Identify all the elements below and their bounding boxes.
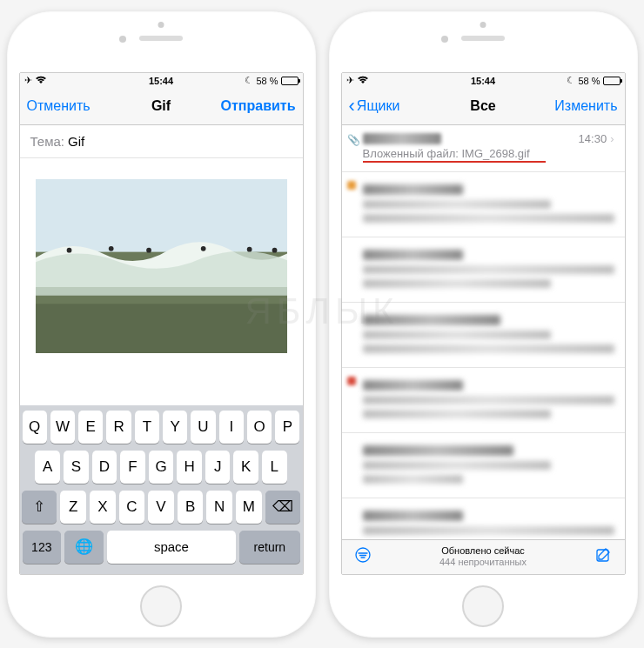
kb-row-3: ⇧ Z X C V B N M ⌫ bbox=[23, 491, 300, 524]
svg-rect-2 bbox=[36, 304, 287, 353]
blurred-content bbox=[363, 396, 614, 404]
mail-preview: Вложенный файл: IMG_2698.gif bbox=[363, 147, 614, 160]
key-b[interactable]: B bbox=[178, 491, 204, 524]
blurred-content bbox=[363, 526, 614, 535]
cancel-button[interactable]: Отменить bbox=[27, 98, 91, 114]
keyboard: Q W E R T Y U I O P A S D F G H J K L bbox=[20, 405, 303, 574]
gif-attachment[interactable] bbox=[36, 179, 287, 353]
key-t[interactable]: T bbox=[135, 411, 159, 444]
phone-left: ✈︎ 15:44 ☾ 58 % Отменить Gif Отправить Т… bbox=[7, 11, 316, 638]
key-f[interactable]: F bbox=[120, 451, 145, 484]
key-p[interactable]: P bbox=[275, 411, 299, 444]
key-m[interactable]: M bbox=[236, 491, 262, 524]
mail-row[interactable] bbox=[342, 368, 625, 433]
sender-badge-blurred bbox=[347, 377, 356, 385]
key-r[interactable]: R bbox=[106, 411, 131, 444]
battery-pct: 58 % bbox=[256, 76, 278, 86]
key-x[interactable]: X bbox=[90, 491, 116, 524]
key-w[interactable]: W bbox=[50, 411, 75, 444]
kb-row-4: 123 🌐 space return bbox=[23, 531, 300, 564]
key-o[interactable]: O bbox=[247, 411, 272, 444]
svg-rect-0 bbox=[36, 179, 287, 254]
blurred-content bbox=[363, 331, 552, 339]
nav-title: Все bbox=[470, 98, 495, 114]
key-space[interactable]: space bbox=[107, 531, 237, 564]
kb-row-1: Q W E R T Y U I O P bbox=[23, 411, 300, 444]
key-d[interactable]: D bbox=[92, 451, 117, 484]
front-camera bbox=[441, 36, 448, 43]
chevron-right-icon: › bbox=[610, 132, 614, 145]
blurred-content bbox=[363, 315, 501, 325]
sensor-dot bbox=[158, 22, 164, 28]
blurred-content bbox=[363, 279, 552, 288]
svg-point-7 bbox=[246, 246, 252, 251]
key-s[interactable]: S bbox=[64, 451, 89, 484]
status-time: 15:44 bbox=[149, 76, 173, 86]
key-shift[interactable]: ⇧ bbox=[22, 491, 57, 524]
svg-point-6 bbox=[200, 245, 205, 251]
key-k[interactable]: K bbox=[233, 451, 258, 484]
key-u[interactable]: U bbox=[191, 411, 215, 444]
edit-button[interactable]: Изменить bbox=[554, 98, 617, 114]
blurred-content bbox=[363, 250, 464, 260]
send-button[interactable]: Отправить bbox=[221, 98, 296, 114]
key-v[interactable]: V bbox=[148, 491, 174, 524]
compose-icon[interactable] bbox=[594, 546, 612, 568]
blurred-content bbox=[363, 380, 464, 391]
key-i[interactable]: I bbox=[219, 411, 244, 444]
status-bar: ✈︎ 15:44 ☾ 58 % bbox=[342, 73, 625, 89]
sender-badge-blurred bbox=[347, 181, 356, 190]
key-e[interactable]: E bbox=[78, 411, 103, 444]
key-n[interactable]: N bbox=[206, 491, 232, 524]
airplane-icon: ✈︎ bbox=[24, 75, 32, 86]
blurred-content bbox=[363, 265, 614, 274]
blurred-content bbox=[363, 475, 464, 484]
message-body[interactable] bbox=[20, 158, 303, 374]
mail-time: 14:30 bbox=[579, 132, 607, 145]
inbox-list[interactable]: 📎 14:30 › Вложенный файл: IMG_2698.gif bbox=[342, 125, 625, 539]
key-a[interactable]: A bbox=[35, 451, 60, 484]
battery-pct: 58 % bbox=[578, 76, 600, 86]
mail-row[interactable] bbox=[342, 498, 625, 539]
home-button[interactable] bbox=[462, 585, 504, 627]
sensor-dot bbox=[480, 22, 486, 28]
nav-bar-inbox: ‹ Ящики Все Изменить bbox=[342, 89, 625, 125]
key-return[interactable]: return bbox=[239, 531, 299, 564]
key-123[interactable]: 123 bbox=[23, 531, 62, 564]
back-label: Ящики bbox=[357, 98, 400, 114]
key-j[interactable]: J bbox=[205, 451, 231, 484]
key-g[interactable]: G bbox=[149, 451, 174, 484]
speaker bbox=[139, 36, 183, 41]
key-c[interactable]: C bbox=[119, 491, 145, 524]
updated-label: Обновлено сейчас bbox=[439, 545, 527, 557]
filter-icon[interactable] bbox=[354, 546, 372, 568]
kb-row-2: A S D F G H J K L bbox=[23, 451, 300, 484]
status-time: 15:44 bbox=[471, 76, 495, 86]
key-h[interactable]: H bbox=[177, 451, 202, 484]
mail-row[interactable] bbox=[342, 433, 625, 498]
key-backspace[interactable]: ⌫ bbox=[265, 491, 300, 524]
blurred-content bbox=[363, 344, 614, 353]
key-q[interactable]: Q bbox=[23, 411, 47, 444]
chevron-left-icon: ‹ bbox=[349, 97, 355, 116]
compose-body: Тема: Gif bbox=[20, 125, 303, 405]
key-z[interactable]: Z bbox=[60, 491, 86, 524]
subject-label: Тема: bbox=[30, 134, 65, 149]
blurred-content bbox=[363, 214, 614, 223]
mail-row[interactable] bbox=[342, 303, 625, 368]
key-globe[interactable]: 🌐 bbox=[64, 531, 104, 564]
nav-title: Gif bbox=[151, 98, 171, 114]
key-y[interactable]: Y bbox=[163, 411, 187, 444]
svg-point-4 bbox=[108, 245, 113, 251]
subject-row[interactable]: Тема: Gif bbox=[20, 125, 303, 158]
key-l[interactable]: L bbox=[262, 451, 287, 484]
home-button[interactable] bbox=[140, 585, 182, 627]
blurred-content bbox=[363, 511, 464, 521]
mail-row[interactable]: 📎 14:30 › Вложенный файл: IMG_2698.gif bbox=[342, 125, 625, 172]
back-button[interactable]: ‹ Ящики bbox=[349, 97, 400, 116]
mail-row[interactable] bbox=[342, 172, 625, 237]
wifi-icon bbox=[357, 76, 369, 86]
airplane-icon: ✈︎ bbox=[346, 75, 354, 86]
blurred-content bbox=[363, 445, 513, 456]
mail-row[interactable] bbox=[342, 237, 625, 303]
